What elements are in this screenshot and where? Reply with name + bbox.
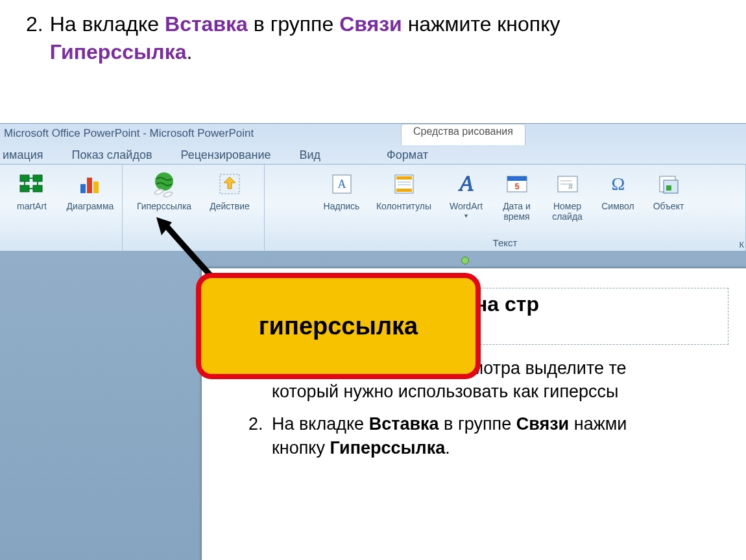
group-illustrations: martArt Диаграмма: [0, 165, 123, 251]
textbox-button[interactable]: A Надпись: [317, 170, 367, 211]
object-icon: [655, 170, 683, 198]
textbox-icon: A: [328, 170, 356, 198]
svg-rect-5: [87, 178, 92, 193]
svg-rect-0: [20, 175, 29, 181]
datetime-button[interactable]: 5 Дата ивремя: [492, 170, 542, 222]
dropdown-icon: ▾: [464, 212, 468, 219]
wordart-icon: A: [452, 170, 481, 198]
powerpoint-screenshot: Microsoft Office PowerPoint - Microsoft …: [0, 123, 746, 560]
svg-rect-2: [20, 185, 29, 192]
action-icon: [215, 170, 244, 198]
ribbon-tabs: имация Показ слайдов Рецензирование Вид …: [0, 146, 442, 164]
svg-text:#: #: [568, 182, 573, 191]
svg-text:A: A: [458, 171, 473, 195]
instruction-text: 2. На вкладке Вставка в группе Связи наж…: [0, 0, 746, 84]
svg-rect-3: [33, 185, 42, 192]
tab-animation[interactable]: имация: [0, 146, 58, 164]
object-button[interactable]: Объект: [644, 170, 693, 211]
svg-text:5: 5: [514, 181, 519, 191]
annotation-callout: гиперссылка: [196, 273, 481, 379]
keyword-svyazi: Связи: [339, 12, 402, 36]
svg-rect-4: [80, 184, 86, 193]
svg-rect-1: [33, 175, 42, 181]
hyperlink-button[interactable]: Гиперссылка: [128, 170, 200, 211]
contextual-tab-header: Средства рисования: [401, 124, 525, 145]
group-text-label: Текст: [489, 235, 522, 251]
svg-rect-17: [396, 176, 412, 180]
slidenumber-icon: #: [553, 170, 582, 198]
svg-rect-18: [396, 189, 412, 192]
headerfooter-button[interactable]: Колонтитулы: [368, 170, 440, 211]
svg-point-7: [155, 172, 173, 191]
callout-label: гиперссылка: [259, 312, 418, 340]
svg-rect-32: [666, 185, 671, 191]
symbol-button[interactable]: Ω Символ: [594, 170, 643, 211]
smartart-icon: [18, 170, 46, 198]
tab-format[interactable]: Формат: [372, 146, 442, 164]
slidenumber-button[interactable]: # Номерслайда: [543, 170, 592, 222]
chart-icon: [76, 170, 104, 198]
keyword-vstavka: Вставка: [165, 12, 248, 36]
datetime-icon: 5: [503, 170, 531, 198]
title-bar: Microsoft Office PowerPoint - Microsoft …: [0, 124, 254, 143]
instruction-number: 2.: [26, 10, 50, 66]
svg-text:Ω: Ω: [611, 174, 625, 194]
chart-button[interactable]: Диаграмма: [61, 170, 119, 211]
ribbon: martArt Диаграмма: [0, 164, 746, 251]
action-button[interactable]: Действие: [200, 170, 259, 211]
tab-review[interactable]: Рецензирование: [167, 146, 285, 164]
group-text: A Надпись Колон: [265, 165, 746, 251]
wordart-button[interactable]: A WordArt ▾: [442, 170, 491, 219]
tab-view[interactable]: Вид: [285, 146, 335, 164]
tab-slideshow[interactable]: Показ слайдов: [58, 146, 167, 164]
headerfooter-icon: [390, 170, 418, 198]
window-title: Microsoft Office PowerPoint - Microsoft …: [0, 127, 254, 140]
keyword-hyperlink: Гиперссылка: [50, 40, 187, 64]
svg-rect-23: [507, 176, 527, 181]
symbol-icon: Ω: [604, 170, 632, 198]
svg-text:A: A: [337, 178, 346, 191]
smartart-button[interactable]: martArt: [3, 170, 61, 211]
svg-rect-6: [93, 181, 99, 193]
globe-link-icon: [150, 170, 178, 198]
rotation-handle[interactable]: [461, 257, 469, 264]
